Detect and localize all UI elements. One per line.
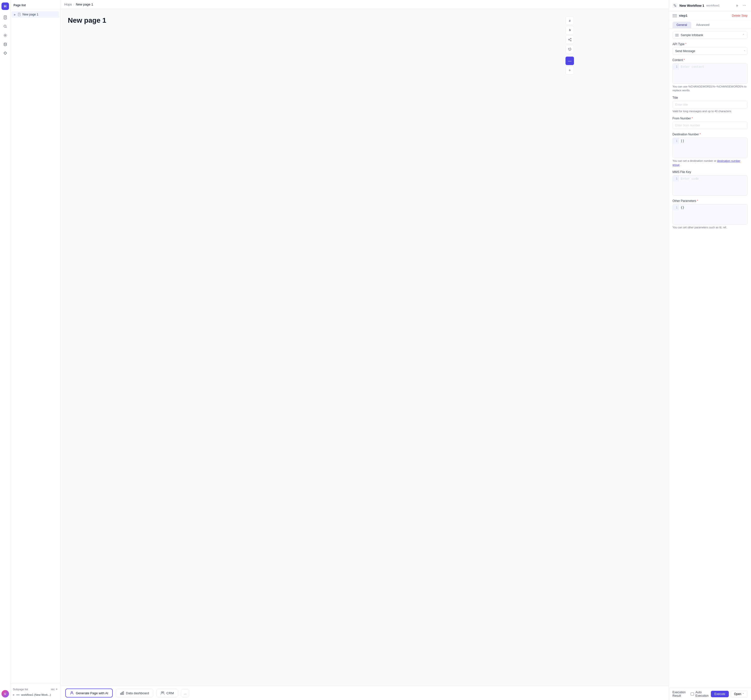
other-params-value[interactable]: {} <box>679 204 747 211</box>
page-file-icon <box>17 13 21 16</box>
content-required: * <box>684 58 685 62</box>
add-subpage-button[interactable]: + <box>56 687 57 691</box>
page-list-items: ▶ New page 1 <box>11 10 60 683</box>
subpage-workflow-icon <box>16 694 20 695</box>
page-item-label: New page 1 <box>22 13 39 16</box>
sidebar-item-database[interactable] <box>2 41 9 48</box>
panel-expand-button[interactable]: » <box>734 3 740 8</box>
history-tool-button[interactable] <box>566 45 574 53</box>
other-params-group: Other Parameters * 1 {} You can set othe… <box>672 199 748 229</box>
svg-point-12 <box>570 38 572 39</box>
breadcrumb: Hops / New page 1 <box>64 3 93 6</box>
flash-tool-button[interactable] <box>566 26 574 34</box>
page-list-panel: Page list ▶ New page 1 Subpage list rec … <box>11 0 60 700</box>
tab-general[interactable]: General <box>672 22 691 28</box>
infobank-selector[interactable]: Sample Infobank ⌃ <box>672 31 748 39</box>
content-editor[interactable]: 1 Enter content <box>672 63 748 84</box>
delete-step-button[interactable]: Delete Step <box>732 14 748 17</box>
tab-bar: General Advanced <box>669 20 751 28</box>
api-type-group: API Type * Send Message Receive Message … <box>672 42 748 55</box>
dashboard-icon <box>120 691 124 695</box>
panel-actions: » ··· <box>734 3 748 8</box>
panel-footer: Execution Result Auto Execution Execute … <box>669 688 751 700</box>
right-panel: New Workflow 1 workflow1 » ··· step1 Del… <box>669 0 751 700</box>
minus-tool-button[interactable]: — <box>566 57 574 65</box>
other-params-line-number: 1 <box>673 204 679 210</box>
crm-label: CRM <box>167 691 174 695</box>
breadcrumb-separator: / <box>73 3 74 6</box>
sidebar-item-search[interactable] <box>2 23 9 30</box>
svg-rect-22 <box>674 5 675 6</box>
rec-label: rec <box>51 688 55 691</box>
crm-icon <box>161 691 165 695</box>
title-input[interactable] <box>672 101 748 108</box>
generate-ai-button[interactable]: Generate Page with AI <box>65 689 113 697</box>
svg-rect-18 <box>122 692 122 694</box>
main-canvas: Hops / New page 1 New page 1 # <box>60 0 669 700</box>
breadcrumb-current: New page 1 <box>76 3 93 6</box>
mms-code-editor[interactable]: 1 Enter code <box>672 175 748 196</box>
sidebar-item-puzzle[interactable] <box>2 50 9 57</box>
open-button[interactable]: Open ⌃ <box>731 691 748 697</box>
from-number-group: From Number * <box>672 117 748 129</box>
other-params-required: * <box>697 199 698 202</box>
svg-rect-19 <box>123 692 124 694</box>
share-icon <box>568 38 572 42</box>
subpage-item-label: workflow1 (New Work...) <box>21 693 51 696</box>
breadcrumb-parent[interactable]: Hops <box>64 3 72 6</box>
svg-point-6 <box>5 35 6 36</box>
sidebar-item-document[interactable] <box>2 14 9 21</box>
destination-value[interactable]: [] <box>679 138 747 144</box>
svg-point-7 <box>4 43 6 44</box>
more-button[interactable]: ... <box>181 689 189 697</box>
title-group: Title Valid for long messages and up to … <box>672 96 748 113</box>
title-hint: Valid for long messages and up to 40 cha… <box>672 110 748 113</box>
page-item[interactable]: ▶ New page 1 <box>11 11 59 18</box>
open-chevron-icon: ⌃ <box>742 693 744 695</box>
from-number-required: * <box>692 117 693 120</box>
subpage-header: Subpage list rec + <box>11 686 60 692</box>
svg-line-5 <box>6 27 6 28</box>
mms-file-key-label: MMS File Key <box>672 170 748 174</box>
content-line-number: 1 <box>673 63 679 70</box>
subpage-item[interactable]: ▶ workflow1 (New Work...) <box>11 692 60 697</box>
destination-line-number: 1 <box>673 138 679 144</box>
destination-hint: You can set a destination number or dest… <box>672 159 748 167</box>
svg-rect-17 <box>121 693 121 694</box>
left-sidebar: H U <box>0 0 11 700</box>
plus-tool-button[interactable]: + <box>566 66 574 74</box>
hash-tool-button[interactable]: # <box>566 17 574 25</box>
content-editor-line: 1 Enter content <box>673 63 747 83</box>
subpage-header-actions: rec + <box>51 687 57 691</box>
share-tool-button[interactable] <box>566 36 574 44</box>
svg-line-14 <box>569 39 570 40</box>
content-placeholder[interactable]: Enter content <box>679 63 747 70</box>
infobank-expand-icon: ⌃ <box>742 33 745 37</box>
user-avatar[interactable]: U <box>2 690 9 697</box>
svg-point-16 <box>71 692 73 693</box>
sidebar-item-settings[interactable] <box>2 32 9 39</box>
auto-execution-check: Auto Execution <box>691 691 709 697</box>
from-number-label: From Number * <box>672 117 748 120</box>
auto-execution-checkbox[interactable] <box>691 692 694 696</box>
from-number-input[interactable] <box>672 122 748 129</box>
mms-placeholder[interactable]: Enter code <box>679 176 747 182</box>
more-icon: ... <box>184 691 187 695</box>
destination-hint-post: . <box>680 163 681 166</box>
destination-number-editor[interactable]: 1 [] <box>672 138 748 158</box>
api-type-select[interactable]: Send Message Receive Message <box>672 47 748 55</box>
svg-point-13 <box>570 40 572 42</box>
tab-advanced[interactable]: Advanced <box>692 22 713 28</box>
destination-number-line: 1 [] <box>673 138 747 158</box>
other-params-editor[interactable]: 1 {} <box>672 204 748 225</box>
api-type-label: API Type * <box>672 42 748 46</box>
panel-more-button[interactable]: ··· <box>741 3 748 8</box>
execute-button[interactable]: Execute <box>711 691 729 697</box>
panel-title: New Workflow 1 workflow1 <box>672 3 720 8</box>
subpage-list-label: Subpage list <box>13 688 28 691</box>
crm-button[interactable]: CRM <box>156 689 178 697</box>
data-dashboard-button[interactable]: Data dashboard <box>116 689 153 697</box>
other-params-hint: You can set other parameters such as ttl… <box>672 226 748 229</box>
svg-point-20 <box>161 692 162 693</box>
page-list-header: Page list <box>11 0 60 10</box>
